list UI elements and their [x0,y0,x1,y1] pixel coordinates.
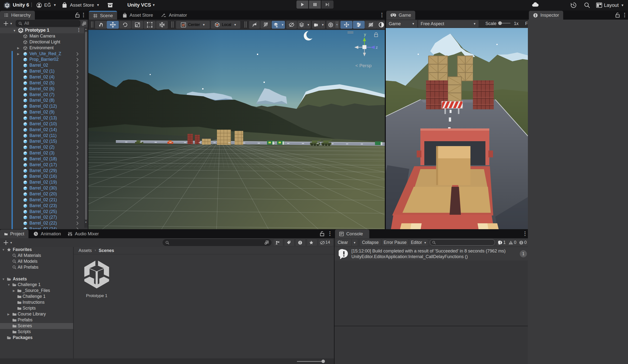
svg-text:z: z [376,45,378,50]
svg-text:y: y [364,32,366,37]
svg-text:< Persp: < Persp [355,63,372,68]
